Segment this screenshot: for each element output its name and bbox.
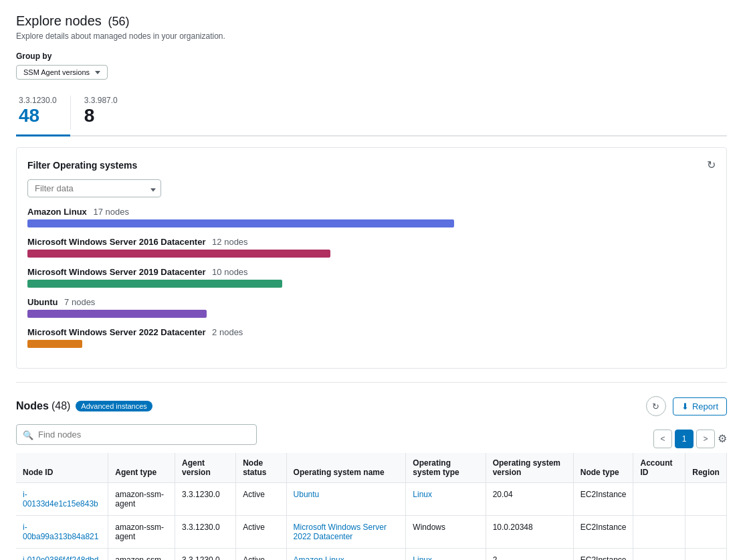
nodes-title-group: Nodes (48) Advanced instances <box>16 400 152 412</box>
page-title-count: (56) <box>108 15 129 28</box>
cell-agent-type-1: amazon-ssm-agent <box>108 516 175 549</box>
refresh-icon[interactable]: ↻ <box>707 159 716 171</box>
cell-os-type-0: Linux <box>406 483 486 516</box>
os-bar-row-3: Ubuntu 7 nodes <box>27 297 716 318</box>
cell-node-type-1: EC2Instance <box>573 516 633 549</box>
col-node-status: Node status <box>236 453 286 483</box>
filter-input-wrapper <box>27 179 161 197</box>
cell-node-status-0: Active <box>236 483 286 516</box>
cell-account-id-1 <box>633 516 685 549</box>
cell-os-name-2: Amazon Linux <box>286 549 406 561</box>
page-container: Explore nodes (56) Explore details about… <box>0 0 743 560</box>
version-tabs: 3.3.1230.0 48 3.3.987.0 8 <box>16 90 727 136</box>
col-region: Region <box>685 453 727 483</box>
version-tab-label-1: 3.3.987.0 <box>84 96 118 105</box>
cell-node-type-0: EC2Instance <box>573 483 633 516</box>
os-bar-label-1: Microsoft Windows Server 2016 Datacenter… <box>27 237 716 247</box>
cell-agent-version-0: 3.3.1230.0 <box>175 483 236 516</box>
table-body: i-00133d4e1c15e843b amazon-ssm-agent 3.3… <box>16 483 727 561</box>
nodes-table-wrapper: Node ID Agent type Agent version Node st… <box>16 453 727 560</box>
version-tab-value-0: 48 <box>19 105 57 126</box>
os-bar-3 <box>27 310 207 318</box>
cell-os-type-2: Linux <box>406 549 486 561</box>
nodes-actions: ↻ ⬇ Report <box>646 396 727 416</box>
report-button[interactable]: ⬇ Report <box>673 397 727 415</box>
node-id-link-1[interactable]: i-00ba99a313b84a821 <box>23 523 98 541</box>
search-input[interactable] <box>16 424 257 445</box>
col-node-id: Node ID <box>16 453 108 483</box>
cell-agent-type-2: amazon-ssm-agent <box>108 549 175 561</box>
chevron-down-icon <box>95 71 100 74</box>
cell-os-name-0: Ubuntu <box>286 483 406 516</box>
os-bar-1 <box>27 250 330 258</box>
cell-region-0 <box>685 483 727 516</box>
node-id-link-0[interactable]: i-00133d4e1c15e843b <box>23 490 98 508</box>
table-settings-icon[interactable]: ⚙ <box>718 432 727 445</box>
version-tab-1[interactable]: 3.3.987.0 8 <box>71 90 131 136</box>
cell-os-name-1: Microsoft Windows Server 2022 Datacenter <box>286 516 406 549</box>
cell-os-type-1: Windows <box>406 516 486 549</box>
os-bar-row-0: Amazon Linux 17 nodes <box>27 207 716 227</box>
filter-dropdown-icon <box>150 183 156 193</box>
col-node-type: Node type <box>573 453 633 483</box>
table-header-row: Node ID Agent type Agent version Node st… <box>16 453 727 483</box>
cell-node-id-2: i-010e0386f4f248dbd <box>16 549 108 561</box>
nodes-header: Nodes (48) Advanced instances ↻ ⬇ Report <box>16 396 727 416</box>
os-type-link-0[interactable]: Linux <box>413 490 432 499</box>
pagination-current-button[interactable]: 1 <box>675 430 694 448</box>
cell-node-status-1: Active <box>236 516 286 549</box>
os-bar-label-0: Amazon Linux 17 nodes <box>27 207 716 217</box>
report-label: Report <box>692 401 718 411</box>
os-bar-label-4: Microsoft Windows Server 2022 Datacenter… <box>27 327 716 337</box>
nodes-section: Nodes (48) Advanced instances ↻ ⬇ Report… <box>16 396 727 560</box>
cell-node-id-0: i-00133d4e1c15e843b <box>16 483 108 516</box>
pagination-prev-button[interactable]: < <box>653 430 672 448</box>
col-os-name: Operating system name <box>286 453 406 483</box>
table-row: i-010e0386f4f248dbd amazon-ssm-agent 3.3… <box>16 549 727 561</box>
os-name-link-1[interactable]: Microsoft Windows Server 2022 Datacenter <box>294 523 387 541</box>
filter-data-input[interactable] <box>27 179 161 197</box>
os-bar-row-4: Microsoft Windows Server 2022 Datacenter… <box>27 327 716 348</box>
os-bar-4 <box>27 340 82 348</box>
table-row: i-00ba99a313b84a821 amazon-ssm-agent 3.3… <box>16 516 727 549</box>
pagination-next-button[interactable]: > <box>696 430 715 448</box>
table-row: i-00133d4e1c15e843b amazon-ssm-agent 3.3… <box>16 483 727 516</box>
os-name-link-0[interactable]: Ubuntu <box>294 490 320 499</box>
node-id-link-2[interactable]: i-010e0386f4f248dbd <box>23 555 98 560</box>
col-os-version: Operating system version <box>486 453 573 483</box>
search-bar: 🔍 <box>16 424 257 445</box>
group-by-value: SSM Agent versions <box>23 68 90 76</box>
os-bar-row-1: Microsoft Windows Server 2016 Datacenter… <box>27 237 716 258</box>
nodes-table: Node ID Agent type Agent version Node st… <box>16 453 727 560</box>
col-os-type: Operating system type <box>406 453 486 483</box>
cell-account-id-0 <box>633 483 685 516</box>
pagination: < 1 > ⚙ <box>653 430 727 448</box>
page-subtitle: Explore details about managed nodes in y… <box>16 31 727 41</box>
cell-agent-type-0: amazon-ssm-agent <box>108 483 175 516</box>
version-tab-value-1: 8 <box>84 105 118 126</box>
col-agent-version: Agent version <box>175 453 236 483</box>
group-by-select[interactable]: SSM Agent versions <box>16 65 108 80</box>
refresh-nodes-button[interactable]: ↻ <box>646 396 666 416</box>
page-header: Explore nodes (56) Explore details about… <box>16 13 727 41</box>
search-pagination-row: 🔍 < 1 > ⚙ <box>16 424 727 453</box>
filter-section-header: Filter Operating systems ↻ <box>27 159 716 171</box>
cell-node-id-1: i-00ba99a313b84a821 <box>16 516 108 549</box>
os-bar-2 <box>27 280 282 288</box>
nodes-title: Nodes <box>16 400 49 412</box>
version-tab-0[interactable]: 3.3.1230.0 48 <box>16 90 70 136</box>
table-head: Node ID Agent type Agent version Node st… <box>16 453 727 483</box>
version-tab-label-0: 3.3.1230.0 <box>19 96 57 105</box>
group-by-section: Group by SSM Agent versions <box>16 52 727 80</box>
col-account-id: Account ID <box>633 453 685 483</box>
os-bar-label-2: Microsoft Windows Server 2019 Datacenter… <box>27 267 716 277</box>
cell-node-status-2: Active <box>236 549 286 561</box>
cell-os-version-0: 20.04 <box>486 483 573 516</box>
cell-agent-version-1: 3.3.1230.0 <box>175 516 236 549</box>
search-icon: 🔍 <box>23 430 33 440</box>
os-type-link-2[interactable]: Linux <box>413 555 432 560</box>
filter-section-title: Filter Operating systems <box>27 160 137 171</box>
os-bar-0 <box>27 219 454 227</box>
cell-region-2 <box>685 549 727 561</box>
os-name-link-2[interactable]: Amazon Linux <box>294 555 344 560</box>
